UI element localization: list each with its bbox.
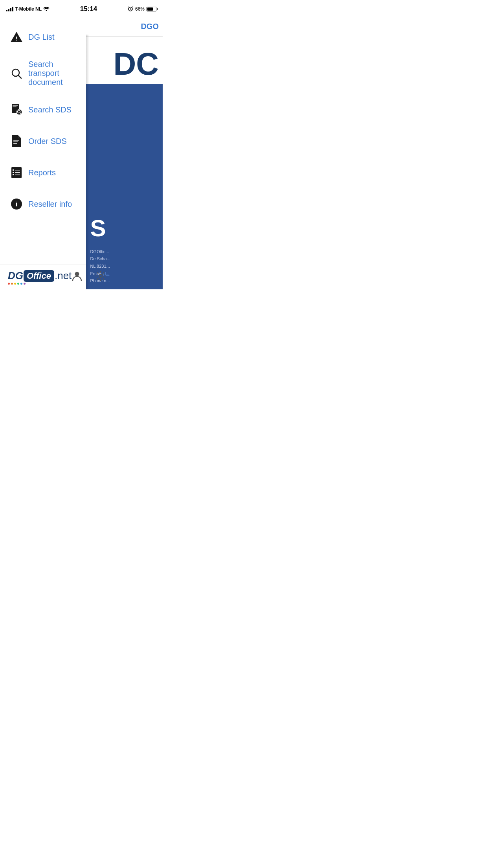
svg-rect-5 bbox=[13, 107, 17, 107]
logo-dg: DG bbox=[8, 270, 23, 282]
svg-rect-13 bbox=[15, 170, 20, 171]
svg-rect-12 bbox=[13, 169, 14, 171]
sidebar-item-search-transport[interactable]: Search transport document bbox=[0, 53, 86, 94]
menu-list: ! DG List Search transport document bbox=[0, 21, 86, 265]
right-content-top: DC bbox=[86, 37, 163, 84]
battery-icon bbox=[147, 7, 156, 11]
svg-rect-9 bbox=[13, 142, 18, 142]
svg-point-20 bbox=[75, 272, 79, 276]
svg-rect-16 bbox=[13, 174, 14, 175]
alarm-icon bbox=[128, 6, 133, 13]
svg-rect-4 bbox=[13, 105, 18, 106]
logo-text-row: DG Office .net bbox=[8, 270, 72, 282]
svg-rect-17 bbox=[15, 175, 20, 175]
settings-icon[interactable] bbox=[95, 270, 106, 284]
sidebar-item-search-sds[interactable]: Search SDS bbox=[0, 94, 86, 125]
carrier-name: T-Mobile NL bbox=[15, 6, 42, 12]
bottom-nav-icons bbox=[72, 270, 106, 284]
sidebar-item-order-sds-label: Order SDS bbox=[28, 137, 67, 146]
logo-dot-red bbox=[8, 283, 10, 285]
sidebar-item-search-sds-label: Search SDS bbox=[28, 105, 72, 114]
user-icon[interactable] bbox=[72, 270, 83, 284]
wifi-icon bbox=[43, 6, 50, 12]
status-right: 66% bbox=[128, 6, 156, 13]
address-line-3: NL 8231... bbox=[90, 263, 159, 270]
status-bar: T-Mobile NL 15:14 66% bbox=[0, 0, 163, 17]
right-panel-header: DGO bbox=[86, 17, 163, 36]
search-document-icon bbox=[8, 101, 25, 118]
warning-triangle-icon: ! bbox=[8, 28, 25, 46]
svg-point-21 bbox=[99, 274, 102, 278]
logo-dots bbox=[8, 283, 72, 285]
sidebar-item-reports[interactable]: Reports bbox=[0, 157, 86, 188]
status-left: T-Mobile NL bbox=[6, 6, 50, 12]
address-line-1: DGOffic... bbox=[90, 248, 159, 256]
right-big-dg-text: DC bbox=[113, 48, 159, 80]
sidebar-item-reseller-info-label: Reseller info bbox=[28, 200, 72, 209]
svg-rect-8 bbox=[13, 140, 19, 141]
right-header-title: DGO bbox=[141, 22, 159, 31]
sidebar-item-dg-list[interactable]: ! DG List bbox=[0, 21, 86, 53]
logo-dot-purple bbox=[24, 283, 26, 285]
document-icon bbox=[8, 132, 25, 150]
main-wrapper: ! DG List Search transport document bbox=[0, 17, 163, 289]
sidebar-item-dg-list-label: DG List bbox=[28, 33, 55, 42]
sidebar-item-search-transport-label: Search transport document bbox=[28, 60, 78, 87]
status-time: 15:14 bbox=[80, 5, 97, 13]
drawer-menu: ! DG List Search transport document bbox=[0, 17, 86, 289]
logo-wrapper: DG Office .net bbox=[8, 270, 72, 285]
svg-text:!: ! bbox=[16, 35, 18, 42]
search-icon bbox=[8, 65, 25, 82]
sidebar-item-reseller-info[interactable]: i Reseller info bbox=[0, 188, 86, 220]
sidebar-item-order-sds[interactable]: Order SDS bbox=[0, 125, 86, 157]
svg-rect-10 bbox=[13, 143, 17, 144]
logo-net: .net bbox=[55, 270, 72, 282]
signal-bars-icon bbox=[6, 7, 13, 11]
logo-dot-yellow bbox=[14, 283, 16, 285]
svg-text:i: i bbox=[16, 201, 17, 208]
logo-office: Office bbox=[24, 270, 54, 282]
battery-percent: 66% bbox=[135, 6, 145, 12]
right-panel: DGO DC S DGOffic... De Scha... NL 8231..… bbox=[86, 17, 163, 289]
right-blue-letter: S bbox=[90, 217, 159, 240]
sidebar-item-reports-label: Reports bbox=[28, 168, 56, 177]
logo-dot-orange bbox=[11, 283, 13, 285]
info-circle-icon: i bbox=[8, 195, 25, 213]
logo-dot-green bbox=[17, 283, 19, 285]
svg-rect-15 bbox=[15, 172, 20, 173]
svg-rect-14 bbox=[13, 172, 14, 173]
logo-dot-blue bbox=[20, 283, 22, 285]
logo-area: DG Office .net bbox=[8, 270, 72, 285]
bottom-bar: DG Office .net bbox=[0, 265, 86, 289]
address-line-2: De Scha... bbox=[90, 255, 159, 263]
right-blue-section: S DGOffic... De Scha... NL 8231... Email… bbox=[86, 84, 163, 289]
list-icon bbox=[8, 164, 25, 181]
